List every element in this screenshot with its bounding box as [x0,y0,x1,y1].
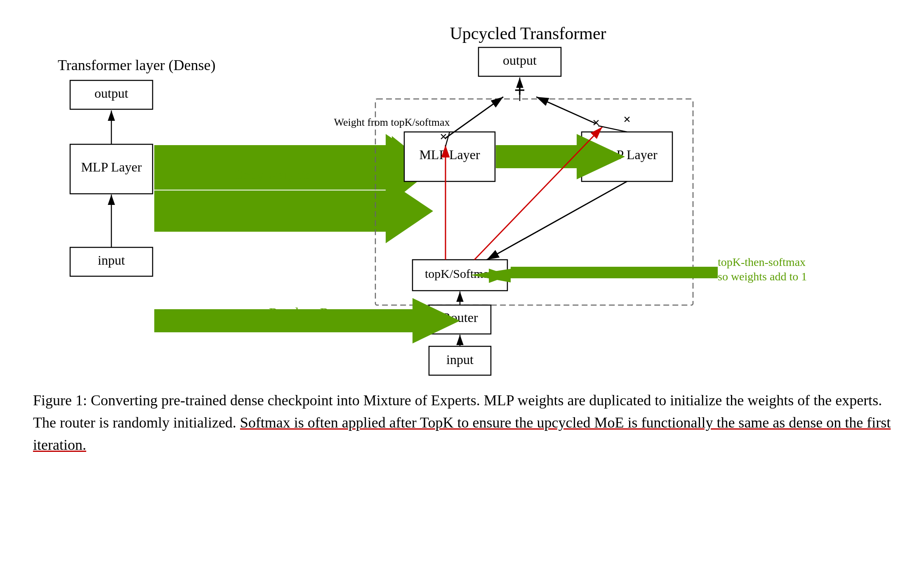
output-upcycled-label: output [503,53,537,68]
output-dense-label: output [94,86,128,101]
mlp-layer1-label: MLP Layer [419,147,480,162]
cross3: × [623,112,631,127]
input-upcycled-label: input [446,352,474,367]
subtitle-dense: Transformer layer (Dense) [58,57,216,73]
input-dense-label: input [98,253,125,268]
copy-weights-label: Copy weights [233,167,311,182]
figure-caption: Figure 1: Converting pre-trained dense c… [33,389,891,456]
weight-label: Weight from topK/softmax [334,116,450,128]
svg-line-25 [536,97,596,124]
mlp-dense-label: MLP Layer [81,160,142,174]
topk-label1: topK-then-softmax [718,256,806,268]
svg-line-28 [487,181,627,260]
diagram-container: Upcycled Transformer Transformer layer (… [33,16,891,373]
cross1: × [440,129,447,144]
svg-line-27 [598,126,627,132]
topk-label2: so weights add to 1 [718,270,807,283]
title: Upcycled Transformer [450,24,606,43]
